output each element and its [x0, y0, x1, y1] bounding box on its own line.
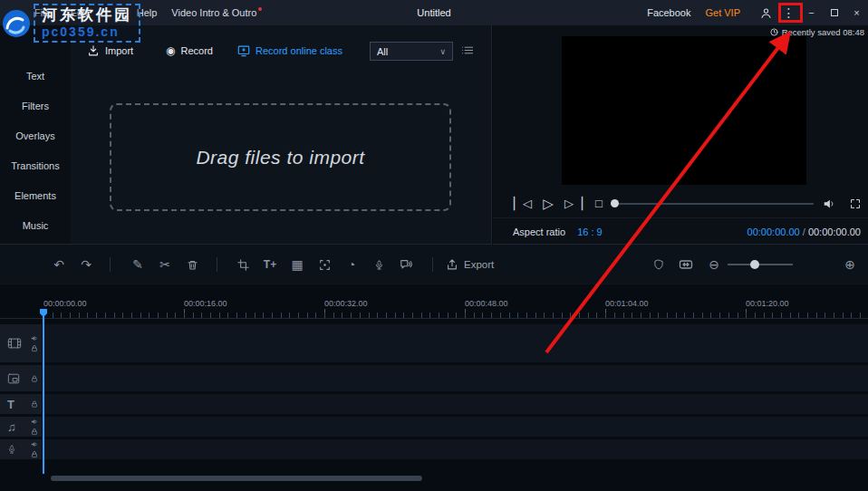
- playhead[interactable]: [43, 309, 44, 474]
- track-mute-icon[interactable]: [31, 335, 38, 342]
- timeline-zoom-slider[interactable]: [728, 264, 793, 265]
- video-track-icon: [7, 337, 22, 350]
- voice-track-header[interactable]: [0, 439, 42, 459]
- zoom-area-icon[interactable]: [313, 245, 336, 284]
- watermark-site-name: 河东软件园: [42, 6, 132, 24]
- sidebar-item-transitions[interactable]: Transitions: [0, 151, 71, 181]
- menu-video-intro-outro[interactable]: Video Intro & Outro: [171, 7, 256, 18]
- video-preview[interactable]: [562, 36, 806, 185]
- toolbar-divider: [217, 257, 217, 272]
- video-track: [0, 324, 868, 362]
- fullscreen-icon[interactable]: [845, 190, 865, 217]
- shield-icon[interactable]: [647, 245, 670, 284]
- seek-bar[interactable]: [614, 203, 814, 205]
- preview-panel: ▏◁ ▷ ▷▕ □ Aspect ratio 16 : 9 00:00:00.0…: [493, 25, 868, 245]
- skip-back-icon[interactable]: ▏◁: [513, 190, 533, 217]
- edit-toolbar: ↶ ↷ ✎ ✂ T+ ▦ ◔ Export: [0, 245, 868, 284]
- ruler-label: 00:01:20.00: [746, 299, 789, 308]
- list-view-icon[interactable]: [460, 43, 474, 57]
- delete-icon[interactable]: [180, 245, 204, 284]
- text-track-lane[interactable]: [43, 394, 868, 414]
- voice-track-lane[interactable]: [43, 439, 868, 459]
- export-icon: [446, 258, 458, 271]
- duration-icon[interactable]: ◔: [340, 245, 363, 284]
- track-lock-icon[interactable]: [31, 375, 38, 382]
- track-lock-icon[interactable]: [31, 451, 38, 458]
- facebook-link[interactable]: Facebook: [647, 7, 690, 18]
- import-icon: [87, 44, 100, 57]
- ruler-label: 00:00:00.00: [43, 299, 87, 308]
- video-track-lane[interactable]: [43, 324, 868, 362]
- music-track-icon: ♫: [7, 421, 16, 433]
- pip-track-lane[interactable]: [43, 365, 868, 391]
- media-filter-dropdown[interactable]: All ∨: [370, 42, 453, 61]
- text-to-speech-icon[interactable]: [394, 245, 418, 284]
- record-button[interactable]: ◉ Record: [166, 41, 213, 61]
- titlebar-right: Facebook Get VIP ⋮ − ×: [647, 0, 868, 25]
- pip-track-icon: [7, 372, 20, 385]
- play-icon[interactable]: ▷: [538, 190, 558, 217]
- skip-forward-icon[interactable]: ▷▕: [564, 190, 583, 217]
- undo-icon[interactable]: ↶: [47, 245, 71, 284]
- stop-icon[interactable]: □: [589, 190, 609, 217]
- voice-track: [0, 439, 868, 459]
- record-online-class-button[interactable]: Record online class: [237, 41, 342, 61]
- split-icon[interactable]: ✂: [153, 245, 177, 284]
- screen-record-icon: [237, 44, 250, 57]
- redo-icon[interactable]: ↷: [74, 245, 98, 284]
- edit-clip-icon[interactable]: ✎: [126, 245, 149, 284]
- export-label: Export: [464, 259, 494, 270]
- crop-icon[interactable]: [231, 245, 255, 284]
- drop-zone[interactable]: Drag files to import: [110, 103, 451, 211]
- track-mute-icon[interactable]: [31, 441, 38, 448]
- watermark-logo-icon: [2, 9, 31, 38]
- volume-icon[interactable]: [819, 190, 839, 217]
- import-label: Import: [105, 45, 133, 56]
- sidebar-item-elements[interactable]: Elements: [0, 181, 71, 211]
- zoom-in-icon[interactable]: ⊕: [838, 245, 862, 284]
- toolbar-divider: [110, 257, 111, 272]
- sidebar-item-music[interactable]: Music: [0, 211, 71, 241]
- sidebar: Text Filters Overlays Transitions Elemen…: [0, 25, 71, 244]
- minimize-button[interactable]: −: [800, 0, 823, 25]
- seek-handle[interactable]: [611, 199, 619, 207]
- project-title: Untitled: [417, 0, 450, 25]
- maximize-button[interactable]: [823, 0, 845, 25]
- media-panel: Text Filters Overlays Transitions Elemen…: [0, 25, 492, 245]
- video-track-header[interactable]: [0, 324, 42, 362]
- zoom-out-icon[interactable]: ⊖: [702, 245, 726, 284]
- grid-icon[interactable]: ▦: [285, 245, 309, 284]
- pip-track-header[interactable]: [0, 365, 42, 391]
- toolbar-divider: [432, 257, 433, 272]
- sidebar-item-overlays[interactable]: Overlays: [0, 121, 71, 151]
- get-vip-link[interactable]: Get VIP: [705, 7, 740, 18]
- watermark-text-box: 河东软件园 pc0359.cn: [34, 4, 140, 43]
- close-button[interactable]: ×: [845, 0, 868, 25]
- timeline-zoom-handle[interactable]: [750, 260, 759, 269]
- music-track-lane[interactable]: [43, 417, 868, 437]
- text-track-header[interactable]: T: [0, 394, 42, 414]
- timeline-scrollbar-thumb[interactable]: [51, 476, 422, 481]
- export-button[interactable]: Export: [446, 245, 494, 284]
- aspect-ratio-value[interactable]: 16 : 9: [577, 226, 603, 237]
- music-track-header[interactable]: ♫: [0, 417, 42, 437]
- ruler-label: 00:00:48.00: [465, 299, 508, 308]
- voice-track-icon: [7, 445, 16, 454]
- track-mute-icon[interactable]: [31, 419, 38, 426]
- time-current: 00:00:00.00: [747, 226, 800, 237]
- time-total: 00:00:00.00: [808, 226, 861, 237]
- track-lock-icon[interactable]: [31, 400, 38, 408]
- track-lock-icon[interactable]: [31, 345, 38, 352]
- sidebar-item-text[interactable]: Text: [0, 62, 71, 91]
- sidebar-item-filters[interactable]: Filters: [0, 91, 71, 121]
- account-icon[interactable]: [755, 0, 777, 25]
- fit-timeline-icon[interactable]: [674, 245, 698, 284]
- timeline: 00:00:00.00 00:00:16.00 00:00:32.00 00:0…: [0, 284, 868, 491]
- track-lock-icon[interactable]: [31, 428, 38, 436]
- voiceover-mic-icon[interactable]: [367, 245, 391, 284]
- text-add-icon[interactable]: T+: [258, 245, 282, 284]
- import-button[interactable]: Import: [87, 41, 133, 61]
- media-filter-value: All: [377, 46, 388, 57]
- ruler-label: 00:00:16.00: [184, 299, 227, 308]
- time-display: 00:00:00.00 / 00:00:00.00: [747, 218, 861, 246]
